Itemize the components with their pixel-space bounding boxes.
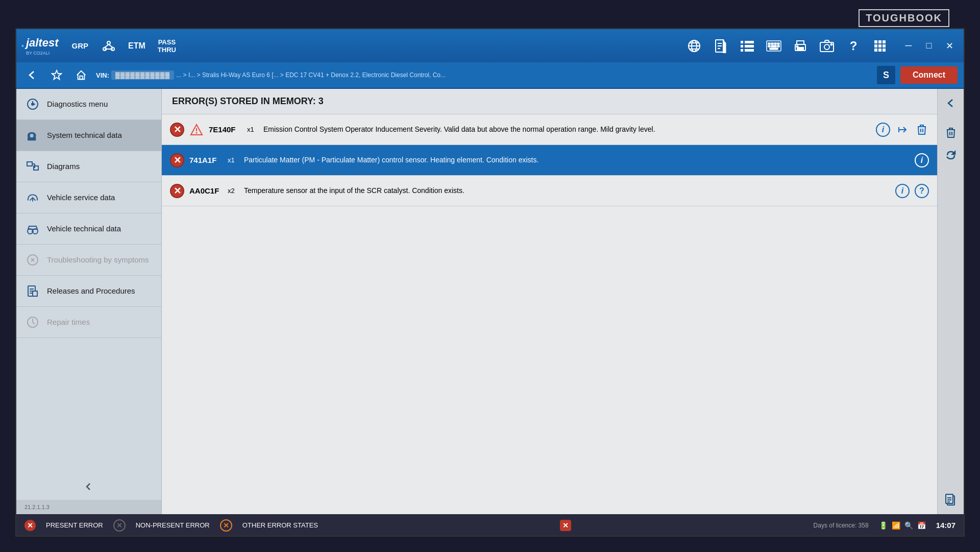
globe-icon[interactable] bbox=[683, 35, 705, 57]
sidebar-version: 21.2.1.1.3 bbox=[16, 500, 161, 514]
content-panel: ERROR(S) STORED IN MEMORY: 3 ✕ 7E140F x1 bbox=[162, 89, 937, 514]
svg-rect-20 bbox=[745, 49, 754, 52]
logo-container: jaltest BY CO2ALI bbox=[26, 36, 59, 56]
status-bar: ✕ PRESENT ERROR ✕ NON-PRESENT ERROR ✕ OT… bbox=[16, 514, 964, 536]
network-icon[interactable] bbox=[97, 35, 120, 57]
s-icon: S bbox=[877, 66, 895, 84]
vehicle-service-data-label: Vehicle service data bbox=[47, 193, 115, 202]
svg-rect-19 bbox=[741, 49, 743, 52]
copy-right-button[interactable] bbox=[941, 490, 961, 510]
close-legend-button[interactable]: ✕ bbox=[560, 520, 571, 531]
svg-rect-67 bbox=[33, 291, 37, 296]
svg-rect-31 bbox=[797, 47, 803, 51]
keyboard-icon[interactable] bbox=[763, 35, 785, 57]
svg-rect-43 bbox=[878, 49, 881, 52]
svg-rect-39 bbox=[874, 44, 877, 47]
sidebar-item-releases-procedures[interactable]: Releases and Procedures bbox=[16, 276, 161, 307]
releases-procedures-icon bbox=[24, 283, 41, 299]
sidebar: Diagnostics menu Ω System technical data bbox=[16, 89, 162, 514]
maximize-button[interactable]: □ bbox=[920, 37, 938, 55]
error-description: Emission Control System Operator Inducem… bbox=[263, 125, 871, 134]
sidebar-item-vehicle-service-data[interactable]: Vehicle service data bbox=[16, 182, 161, 213]
sidebar-item-diagnostics-menu[interactable]: Diagnostics menu bbox=[16, 89, 161, 120]
pass-thru-button[interactable]: PASS THRU bbox=[154, 36, 180, 56]
content-header: ERROR(S) STORED IN MEMORY: 3 bbox=[162, 89, 937, 114]
vin-label: VIN: bbox=[96, 71, 109, 79]
zoom-icon: 🔍 bbox=[904, 521, 913, 530]
table-row[interactable]: ✕ AA0C1F x2 Temperature sensor at the in… bbox=[162, 176, 937, 206]
svg-point-32 bbox=[797, 45, 798, 47]
grp-button[interactable]: GRP bbox=[67, 39, 94, 52]
svg-rect-17 bbox=[741, 45, 743, 47]
info-button[interactable]: i bbox=[876, 123, 890, 137]
toughbook-label: TOUGHBOOK bbox=[859, 9, 949, 27]
refresh-right-button[interactable] bbox=[941, 145, 961, 165]
svg-point-73 bbox=[196, 132, 198, 133]
right-action-panel bbox=[937, 89, 964, 514]
close-button[interactable]: ✕ bbox=[940, 37, 959, 55]
vehicle-technical-data-label: Vehicle technical data bbox=[47, 224, 121, 233]
svg-point-0 bbox=[107, 41, 110, 44]
svg-rect-26 bbox=[768, 45, 770, 47]
svg-rect-52 bbox=[27, 162, 32, 166]
sidebar-item-diagrams[interactable]: Diagrams bbox=[16, 151, 161, 182]
svg-rect-29 bbox=[770, 48, 778, 50]
help-button[interactable]: ? bbox=[915, 184, 929, 198]
non-present-error-icon: ✕ bbox=[113, 519, 126, 532]
vehicle-service-data-icon bbox=[24, 189, 41, 206]
error-code: 741A1F bbox=[189, 156, 223, 164]
error-code: AA0C1F bbox=[189, 186, 223, 195]
home-button[interactable] bbox=[71, 65, 91, 85]
svg-rect-16 bbox=[745, 41, 754, 43]
list-icon[interactable] bbox=[736, 35, 758, 57]
camera-icon[interactable] bbox=[816, 35, 838, 57]
toolbar: • jaltest BY CO2ALI GRP ETM PASS THRU bbox=[16, 29, 964, 62]
action-button[interactable] bbox=[895, 123, 910, 137]
info-button[interactable]: i bbox=[915, 153, 929, 167]
sidebar-item-repair-times: Repair times bbox=[16, 307, 161, 338]
calendar-icon: 📅 bbox=[917, 521, 926, 530]
system-technical-data-icon: Ω bbox=[24, 127, 41, 143]
print-icon[interactable] bbox=[789, 35, 812, 57]
svg-line-70 bbox=[33, 322, 35, 324]
error-count: x2 bbox=[228, 187, 239, 195]
delete-button[interactable] bbox=[915, 123, 929, 137]
vin-area: VIN: ▓▓▓▓▓▓▓▓▓▓▓ ... > I... > Stralis Hi… bbox=[96, 70, 872, 80]
svg-text:Ω: Ω bbox=[28, 130, 36, 142]
table-row[interactable]: ✕ 741A1F x1 Particulate Matter (PM - Par… bbox=[162, 145, 937, 176]
diagrams-icon bbox=[24, 158, 41, 175]
svg-rect-15 bbox=[741, 41, 743, 43]
etm-button[interactable]: ETM bbox=[124, 39, 150, 53]
sidebar-item-vehicle-technical-data[interactable]: Vehicle technical data bbox=[16, 213, 161, 245]
other-error-icon: ✕ bbox=[220, 519, 232, 532]
status-icons: 🔋 📶 🔍 📅 bbox=[879, 521, 926, 530]
wifi-icon: 📶 bbox=[892, 521, 900, 530]
repair-times-label: Repair times bbox=[47, 318, 90, 327]
info-button[interactable]: i bbox=[895, 184, 910, 198]
sidebar-spacer bbox=[16, 338, 161, 473]
apps-icon[interactable] bbox=[869, 35, 891, 57]
document-icon[interactable] bbox=[709, 35, 732, 57]
favorites-button[interactable] bbox=[47, 65, 66, 85]
back-nav-button[interactable] bbox=[22, 65, 42, 85]
svg-point-50 bbox=[32, 103, 34, 105]
error-count: x1 bbox=[247, 126, 258, 133]
svg-rect-38 bbox=[883, 40, 886, 43]
svg-line-3 bbox=[105, 44, 109, 47]
back-button[interactable] bbox=[941, 93, 961, 113]
minimize-button[interactable]: ─ bbox=[899, 37, 918, 55]
repair-times-icon bbox=[24, 314, 41, 330]
sidebar-collapse-button[interactable] bbox=[16, 473, 161, 500]
svg-point-34 bbox=[824, 44, 829, 50]
help-icon[interactable]: ? bbox=[842, 35, 865, 57]
system-technical-data-label: System technical data bbox=[47, 131, 122, 140]
sidebar-item-system-technical-data[interactable]: Ω System technical data bbox=[16, 120, 161, 151]
svg-rect-42 bbox=[874, 49, 877, 52]
table-row[interactable]: ✕ 7E140F x1 Emission Control System Oper… bbox=[162, 114, 937, 145]
sidebar-item-troubleshooting: Troubleshooting by symptoms bbox=[16, 245, 161, 276]
delete-right-button[interactable] bbox=[941, 123, 961, 143]
connect-button[interactable]: Connect bbox=[900, 66, 958, 84]
svg-rect-18 bbox=[745, 45, 754, 47]
window-controls: ─ □ ✕ bbox=[899, 37, 959, 55]
svg-point-35 bbox=[831, 43, 832, 45]
